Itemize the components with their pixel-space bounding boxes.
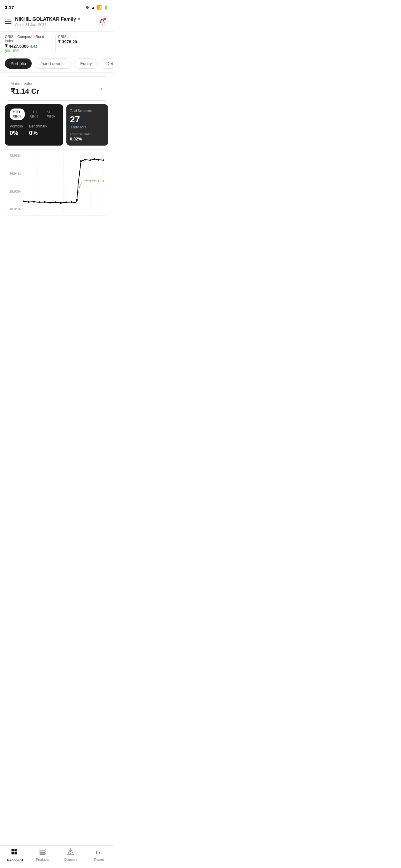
schemes-expense: Expense Ratio 0.02% <box>70 132 105 141</box>
header-subtitle: As on 31 Jan, 2024 <box>15 23 96 27</box>
svg-point-15 <box>33 201 35 203</box>
tab-portfolio[interactable]: Portfolio <box>5 59 32 69</box>
notification-dot <box>103 18 106 21</box>
market-value-label: Market Value <box>10 82 39 86</box>
schemes-card: Total Schemes 27 3 advisors Expense Rati… <box>66 104 108 146</box>
svg-point-26 <box>90 159 91 161</box>
stats-row: YTD XIRR QTD XIRR SI XIRR Portfolio 0% B… <box>5 104 108 146</box>
battery-icon: 🔋 <box>104 5 108 10</box>
wifi-icon: ▲ <box>91 5 95 10</box>
xirr-portfolio: Portfolio 0% <box>10 124 23 136</box>
svg-point-17 <box>44 201 46 203</box>
index-name-1: CRISIL Li... <box>58 35 106 39</box>
y-label-2: 25.93% <box>9 190 21 193</box>
market-value-card[interactable]: Market Value ₹1.14 Cr › <box>5 76 108 101</box>
schemes-number: 27 <box>70 114 105 124</box>
tab-fixed-deposit[interactable]: Fixed deposit <box>35 59 71 69</box>
svg-point-27 <box>93 158 95 160</box>
svg-point-20 <box>60 202 62 204</box>
divider <box>0 72 113 73</box>
svg-point-22 <box>71 201 73 203</box>
index-banner: CRISIL Composite Bond Index ₹ 4427.6386 … <box>0 32 113 56</box>
svg-point-21 <box>65 202 67 204</box>
svg-point-16 <box>39 202 40 204</box>
market-value-amount: ₹1.14 Cr <box>10 87 39 96</box>
xirr-benchmark: Benchmark 0% <box>29 124 47 136</box>
schemes-label: Total Schemes <box>70 108 105 113</box>
svg-point-28 <box>98 159 99 161</box>
svg-point-32 <box>90 180 91 182</box>
svg-point-29 <box>103 159 104 161</box>
schemes-advisors: 3 advisors <box>70 125 105 129</box>
header-title[interactable]: NIKHIL GOLATKAR Family ▼ <box>15 17 96 22</box>
svg-point-25 <box>84 159 86 161</box>
index-value-1: ₹ 3978.20 <box>58 39 106 44</box>
xirr-tabs: YTD XIRR QTD XIRR SI XIRR <box>10 108 59 120</box>
tab-qtd-xirr[interactable]: QTD XIRR <box>27 108 42 120</box>
svg-point-24 <box>80 160 82 162</box>
portfolio-label: Portfolio <box>10 124 23 128</box>
expense-ratio-value: 0.02% <box>70 136 105 141</box>
xirr-metrics: Portfolio 0% Benchmark 0% <box>10 124 59 136</box>
svg-point-30 <box>79 186 80 187</box>
y-label-0: 43.96% <box>9 154 21 157</box>
svg-point-19 <box>55 202 56 204</box>
xirr-card: YTD XIRR QTD XIRR SI XIRR Portfolio 0% B… <box>5 104 63 146</box>
svg-point-13 <box>23 201 24 203</box>
tab-debt[interactable]: Debt <box>101 59 113 69</box>
y-label-1: 34.94% <box>9 172 21 176</box>
tab-bar: Portfolio Fixed deposit Equity Debt <box>0 56 113 71</box>
chart-svg <box>23 154 104 211</box>
index-value-0: ₹ 4427.6386 4.41 <box>5 44 53 49</box>
family-name: NIKHIL GOLATKAR Family <box>15 17 76 22</box>
svg-point-18 <box>49 202 51 204</box>
status-bar: 3:17 ⚙ ▲ 📶 🔋 <box>0 0 113 13</box>
header-center: NIKHIL GOLATKAR Family ▼ As on 31 Jan, 2… <box>15 17 96 27</box>
svg-point-35 <box>103 180 104 182</box>
header: NIKHIL GOLATKAR Family ▼ As on 31 Jan, 2… <box>0 13 113 32</box>
tab-si-xirr[interactable]: SI XIRR <box>44 108 59 120</box>
index-change-0: (00.10%) <box>5 49 53 53</box>
y-label-3: 16.91% <box>9 207 21 211</box>
card-content: Market Value ₹1.14 Cr <box>10 82 39 96</box>
index-name-0: CRISIL Composite Bond Index <box>5 35 53 43</box>
svg-point-34 <box>98 180 99 182</box>
status-time: 3:17 <box>5 5 14 10</box>
index-item-0: CRISIL Composite Bond Index ₹ 4427.6386 … <box>5 35 55 53</box>
portfolio-value: 0% <box>10 130 23 136</box>
benchmark-value: 0% <box>29 130 47 136</box>
svg-point-14 <box>28 201 29 203</box>
chart-y-labels: 43.96% 34.94% 25.93% 16.91% <box>9 154 21 211</box>
benchmark-label: Benchmark <box>29 124 47 128</box>
card-arrow-icon: › <box>101 85 103 92</box>
chart-container: 43.96% 34.94% 25.93% 16.91% <box>5 149 108 216</box>
expense-ratio-label: Expense Ratio <box>70 132 105 136</box>
hamburger-button[interactable] <box>5 20 11 24</box>
notification-button[interactable] <box>96 16 108 28</box>
svg-point-33 <box>93 180 95 181</box>
svg-point-31 <box>85 180 87 181</box>
index-item-1: CRISIL Li... ₹ 3978.20 <box>55 35 108 53</box>
chevron-down-icon: ▼ <box>77 17 81 22</box>
signal-icon: 📶 <box>97 5 102 10</box>
tab-equity[interactable]: Equity <box>75 59 98 69</box>
settings-icon: ⚙ <box>86 5 89 10</box>
tab-ytd-xirr[interactable]: YTD XIRR <box>10 108 25 120</box>
chart-area <box>23 154 104 211</box>
status-icons: ⚙ ▲ 📶 🔋 <box>86 5 108 10</box>
